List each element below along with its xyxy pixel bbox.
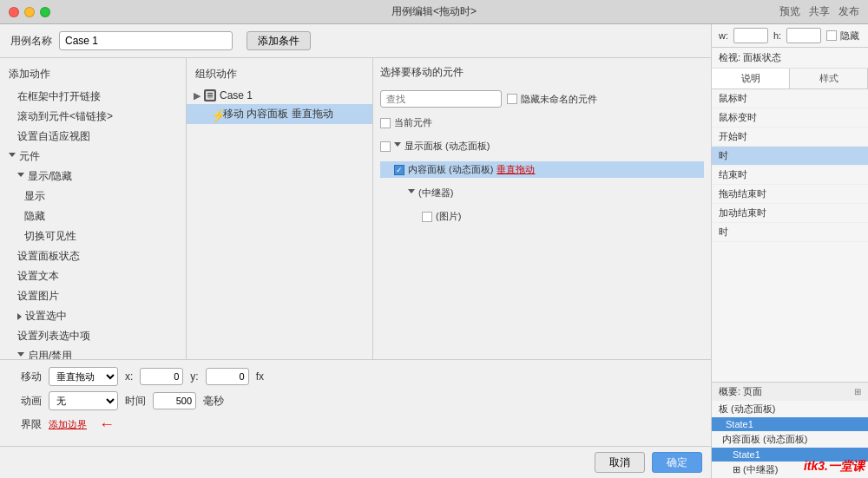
cb-content[interactable]	[394, 165, 404, 175]
group-show-hide[interactable]: 显示/隐藏	[0, 167, 186, 187]
animation-select[interactable]: 无 淡入淡出	[49, 391, 118, 410]
y-label: y:	[190, 370, 198, 383]
tab-description[interactable]: 说明	[712, 69, 790, 88]
x-label: x:	[125, 370, 133, 383]
triangle-enable-icon	[17, 352, 24, 359]
cancel-btn[interactable]: 取消	[595, 452, 645, 473]
vertical-drag-link[interactable]: 垂直拖动	[496, 163, 535, 176]
event-mouse[interactable]: 鼠标时	[712, 89, 868, 108]
tree-dynamic-panel[interactable]: 板 (动态面板)	[712, 401, 868, 417]
h-label: h:	[773, 30, 781, 41]
cb-image[interactable]	[422, 212, 432, 222]
tree-content-dynamic[interactable]: 内容面板 (动态面板)	[712, 431, 868, 448]
event-drag-end[interactable]: 拖动结束时	[712, 185, 868, 204]
configure-title: 选择要移动的元件	[380, 65, 704, 80]
tab-style[interactable]: 样式	[790, 69, 868, 88]
add-actions-col: 添加动作 在框架中打开链接 滚动到元件<锚链接> 设置自适应视图 元件 显示/隐…	[0, 58, 187, 359]
action-scroll-anchor[interactable]: 滚动到元件<锚链接>	[0, 107, 186, 127]
event-mouse-change[interactable]: 鼠标变时	[712, 108, 868, 128]
event-end[interactable]: 结束时	[712, 166, 868, 185]
group-element[interactable]: 元件	[0, 147, 186, 167]
hide-unnamed-checkbox[interactable]	[507, 94, 517, 104]
animation-label: 动画	[7, 394, 42, 409]
tree-image[interactable]: (图片)	[380, 208, 704, 225]
w-input[interactable]	[733, 28, 768, 43]
tree-panel-label: 显示面板 (动态面板)	[404, 140, 490, 153]
hidden-label: 隐藏	[840, 29, 859, 43]
svg-rect-0	[207, 92, 214, 99]
cb-panel[interactable]	[380, 141, 391, 152]
action-set-list-item[interactable]: 设置列表选中项	[0, 326, 186, 346]
action-set-image[interactable]: 设置图片	[0, 286, 186, 306]
limit-label: 界限	[7, 417, 42, 432]
search-input[interactable]	[380, 90, 502, 108]
limit-arrow-icon: ←	[99, 416, 115, 434]
event-current[interactable]: 时	[712, 147, 868, 166]
group-enable-disable[interactable]: 启用/禁用	[0, 346, 186, 359]
overview-expand-icon[interactable]: ⊞	[854, 387, 861, 396]
duration-unit: 毫秒	[203, 394, 224, 409]
tree-panel-row[interactable]: 显示面板 (动态面板)	[380, 138, 704, 154]
publish-btn[interactable]: 发布	[838, 4, 859, 19]
move-config-row: 移动 垂直拖动 水平拖动 自由拖动 x: y: fx	[7, 367, 704, 386]
add-actions-header: 添加动作	[0, 63, 186, 87]
overview-header: 概要: 页面 ⊞	[712, 383, 868, 401]
hidden-checkbox[interactable]	[826, 30, 837, 41]
tree-repeater-label: (中继器)	[418, 187, 453, 200]
add-limit-link[interactable]: 添加边界	[49, 418, 87, 431]
window-title: 用例编辑<拖动时>	[391, 4, 477, 19]
group-element-label: 元件	[19, 149, 40, 164]
watermark: itk3.一堂课	[804, 459, 865, 475]
main-container: 用例名称 添加条件 添加动作 在框架中打开链接 滚动到元件<锚链接> 设置自适应…	[0, 24, 868, 478]
event-misc[interactable]: 时	[712, 223, 868, 242]
triangle-show-hide-icon	[17, 173, 24, 180]
action-open-link[interactable]: 在框架中打开链接	[0, 87, 186, 107]
w-label: w:	[719, 30, 728, 41]
action-hide[interactable]: 隐藏	[0, 206, 186, 226]
close-btn[interactable]	[9, 7, 19, 17]
tree-state1-top[interactable]: State1	[712, 417, 868, 431]
selected-action-label: 移动 内容面板 垂直拖动	[223, 107, 333, 121]
hide-unnamed-row: 隐藏未命名的元件	[507, 93, 597, 106]
right-sidebar: w: h: 隐藏 检视: 面板状态 说明 样式 鼠标时 鼠标变时 开始时 时 结…	[712, 24, 868, 478]
tree-content-label: 内容面板 (动态面板)	[408, 163, 493, 176]
tree-content-panel[interactable]: 内容面板 (动态面板) 垂直拖动	[380, 161, 704, 178]
event-start[interactable]: 开始时	[712, 128, 868, 147]
case-icon	[204, 89, 216, 101]
tree-repeater[interactable]: (中继器)	[380, 185, 704, 201]
lightning-icon: ⚡	[211, 108, 220, 121]
cb-current[interactable]	[380, 118, 391, 128]
group-set-selected-label: 设置选中	[25, 309, 67, 324]
preview-btn[interactable]: 预览	[779, 4, 800, 19]
action-show[interactable]: 显示	[0, 187, 186, 206]
window-controls	[9, 7, 50, 17]
confirm-btn[interactable]: 确定	[652, 452, 702, 473]
maximize-btn[interactable]	[40, 7, 50, 17]
duration-input[interactable]	[153, 392, 196, 409]
triangle-element-icon	[9, 153, 16, 160]
group-show-hide-label: 显示/隐藏	[28, 169, 72, 184]
animation-row: 动画 无 淡入淡出 时间 毫秒	[7, 391, 704, 410]
selected-action-row[interactable]: ⚡ 移动 内容面板 垂直拖动	[187, 104, 372, 124]
minimize-btn[interactable]	[24, 7, 35, 17]
move-type-select[interactable]: 垂直拖动 水平拖动 自由拖动	[49, 367, 118, 386]
h-input[interactable]	[786, 28, 821, 43]
action-set-panel-state[interactable]: 设置面板状态	[0, 246, 186, 266]
action-adaptive-view[interactable]: 设置自适应视图	[0, 127, 186, 147]
repeater-arrow-icon	[408, 189, 415, 197]
group-set-selected[interactable]: 设置选中	[0, 306, 186, 326]
add-condition-btn[interactable]: 添加条件	[247, 31, 311, 50]
event-load-end[interactable]: 加动结束时	[712, 204, 868, 223]
watermark-text: itk3.一堂课	[804, 459, 865, 473]
x-input[interactable]	[140, 368, 183, 385]
dialog-panel: 用例名称 添加条件 添加动作 在框架中打开链接 滚动到元件<锚链接> 设置自适应…	[0, 24, 712, 478]
action-set-text[interactable]: 设置文本	[0, 266, 186, 286]
y-input[interactable]	[206, 368, 249, 385]
panel-arrow-icon	[394, 142, 401, 150]
tree-current-element[interactable]: 当前元件	[380, 115, 704, 131]
action-toggle[interactable]: 切换可见性	[0, 226, 186, 246]
share-btn[interactable]: 共享	[809, 4, 830, 19]
use-case-input[interactable]	[59, 31, 233, 50]
columns-area: 添加动作 在框架中打开链接 滚动到元件<锚链接> 设置自适应视图 元件 显示/隐…	[0, 58, 711, 359]
hide-unnamed-label: 隐藏未命名的元件	[521, 93, 597, 106]
